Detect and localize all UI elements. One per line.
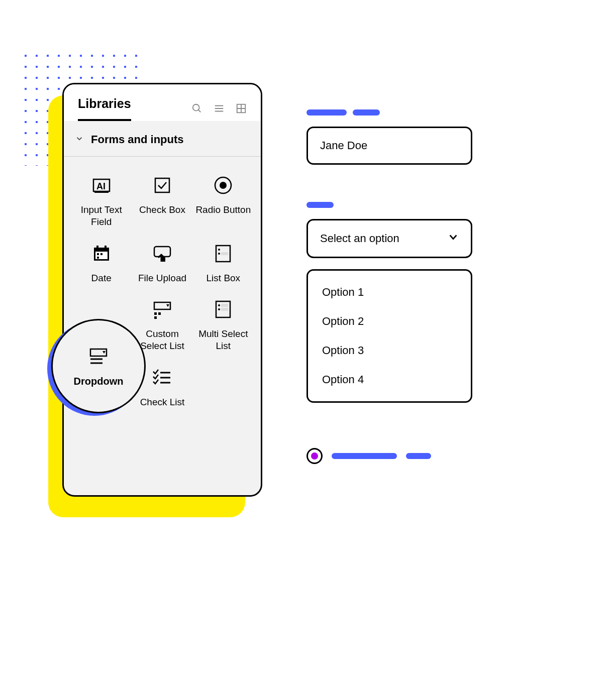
date-icon	[90, 242, 113, 265]
dropdown-option[interactable]: Option 4	[308, 365, 471, 394]
svg-rect-19	[100, 253, 102, 255]
section-title: Forms and inputs	[91, 133, 184, 146]
svg-marker-46	[102, 351, 106, 354]
svg-point-13	[220, 182, 227, 189]
radio-outer-icon	[306, 448, 323, 464]
widget-input-text-field[interactable]: AI Input Text Field	[71, 174, 132, 228]
file-upload-icon	[151, 242, 174, 265]
svg-point-23	[218, 249, 220, 251]
svg-point-32	[218, 304, 220, 306]
dropdown-trigger[interactable]: Select an option	[306, 219, 472, 258]
text-input-preview[interactable]: Jane Doe	[306, 127, 472, 165]
svg-rect-29	[158, 312, 161, 315]
list-box-icon	[212, 242, 235, 265]
svg-rect-17	[105, 246, 107, 249]
widget-label: Radio Button	[195, 204, 251, 216]
widget-multi-select-list[interactable]: Multi Select List	[193, 298, 254, 352]
grid-view-icon[interactable]	[236, 103, 247, 116]
widget-label: Multi Select List	[193, 328, 254, 352]
list-view-icon[interactable]	[214, 103, 225, 116]
svg-rect-25	[221, 252, 228, 255]
multi-select-list-icon	[212, 298, 235, 321]
dropdown-placeholder: Select an option	[320, 232, 399, 245]
search-icon[interactable]	[191, 103, 202, 116]
dropdown-option[interactable]: Option 2	[308, 307, 471, 336]
chevron-down-icon	[75, 134, 84, 145]
dropdown-option[interactable]: Option 1	[308, 278, 471, 307]
dropdown-icon	[87, 346, 110, 369]
widget-custom-select-list[interactable]: Custom Select List	[132, 298, 192, 352]
dropdown-menu: Option 1 Option 2 Option 3 Option 4	[306, 269, 472, 403]
widget-list-box[interactable]: List Box	[193, 242, 254, 284]
widget-label: List Box	[207, 272, 241, 284]
svg-rect-35	[221, 308, 228, 311]
label-placeholder	[306, 109, 472, 116]
radio-preview[interactable]	[306, 448, 472, 464]
radio-button-icon	[212, 174, 235, 197]
svg-rect-34	[221, 304, 228, 307]
label-placeholder	[332, 453, 397, 459]
widget-label: Date	[91, 272, 112, 284]
input-text-field-icon: AI	[90, 174, 113, 197]
widget-label: Check Box	[139, 204, 185, 216]
tab-libraries[interactable]: Libraries	[78, 96, 131, 121]
widget-label: Check List	[140, 396, 185, 408]
svg-rect-20	[97, 257, 99, 259]
check-list-icon	[151, 366, 174, 389]
widget-date[interactable]: Date	[71, 242, 132, 284]
svg-point-33	[218, 308, 220, 310]
svg-rect-28	[154, 312, 157, 315]
check-box-icon	[151, 174, 174, 197]
libraries-panel: Libraries Forms and inputs	[62, 83, 262, 497]
widget-file-upload[interactable]: File Upload	[132, 242, 192, 284]
svg-point-0	[193, 104, 199, 111]
svg-rect-16	[96, 246, 98, 249]
widget-label: Input Text Field	[71, 204, 132, 228]
widget-radio-button[interactable]: Radio Button	[193, 174, 254, 228]
preview-column: Jane Doe Select an option Option 1 Optio…	[306, 109, 472, 464]
radio-inner-icon	[311, 452, 318, 460]
label-placeholder	[306, 202, 472, 208]
chevron-down-icon	[448, 232, 459, 246]
svg-point-24	[218, 253, 220, 255]
dropdown-option[interactable]: Option 3	[308, 336, 471, 365]
widget-dropdown[interactable]: Dropdown	[51, 319, 146, 413]
label-placeholder	[406, 453, 431, 459]
section-header[interactable]: Forms and inputs	[64, 121, 261, 157]
widget-label: Dropdown	[74, 376, 124, 387]
svg-marker-27	[166, 304, 169, 307]
svg-text:AI: AI	[96, 181, 106, 191]
svg-rect-18	[97, 253, 99, 255]
widget-label: File Upload	[138, 272, 186, 284]
widget-check-box[interactable]: Check Box	[132, 174, 192, 228]
svg-rect-11	[155, 178, 169, 192]
svg-line-1	[198, 110, 201, 112]
custom-select-list-icon	[151, 298, 174, 321]
svg-rect-30	[154, 316, 157, 319]
panel-header: Libraries	[64, 84, 261, 121]
